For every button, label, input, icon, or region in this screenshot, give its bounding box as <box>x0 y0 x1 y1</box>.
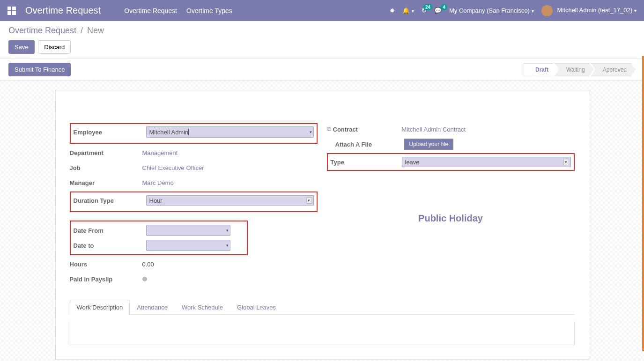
tab-work-schedule[interactable]: Work Schedule <box>175 300 230 315</box>
duration-type-label: Duration Type <box>74 197 146 204</box>
department-value[interactable]: Management <box>142 149 318 156</box>
paid-checkbox[interactable] <box>142 277 147 281</box>
bell-icon[interactable]: 🔔▾ <box>402 7 414 14</box>
top-navbar: Overtime Request Overtime Request Overti… <box>0 0 644 21</box>
upload-file-button[interactable]: Upload your file <box>404 139 453 150</box>
type-label: Type <box>331 159 402 166</box>
chat-badge: 4 <box>441 4 447 10</box>
breadcrumb: Overtime Request / New <box>8 26 636 36</box>
discard-button[interactable]: Discard <box>38 40 71 54</box>
public-holiday-heading: Public Holiday <box>327 213 575 224</box>
breadcrumb-root[interactable]: Overtime Request <box>8 26 76 35</box>
right-column: ⧉ Contract Mitchell Admin Contract Attac… <box>327 123 575 288</box>
chat-icon[interactable]: 💬4 <box>434 7 442 14</box>
employee-label: Employee <box>74 129 146 136</box>
type-field[interactable]: leave ▾ <box>402 157 571 167</box>
breadcrumb-separator: / <box>81 26 83 35</box>
form-sheet: Employee Mitchell Admin ▾ Department Man… <box>55 90 589 360</box>
apps-icon[interactable] <box>7 7 16 15</box>
date-highlight: Date From ▾ Date to <box>70 221 248 255</box>
employee-highlight: Employee Mitchell Admin ▾ <box>70 123 318 144</box>
chevron-down-icon: ▾ <box>306 197 312 204</box>
tab-work-description[interactable]: Work Description <box>70 300 130 315</box>
form-background: Employee Mitchell Admin ▾ Department Man… <box>0 81 644 361</box>
chevron-down-icon: ▾ <box>310 130 312 134</box>
left-column: Employee Mitchell Admin ▾ Department Man… <box>70 123 318 288</box>
manager-label: Manager <box>70 179 142 186</box>
department-label: Department <box>70 149 142 156</box>
tab-global-leaves[interactable]: Global Leaves <box>230 300 283 315</box>
nav-link-overtime-types[interactable]: Overtime Types <box>186 7 232 15</box>
hours-value: 0.00 <box>142 261 318 268</box>
status-stages: Draft Waiting Approved <box>524 63 636 76</box>
stage-draft[interactable]: Draft <box>524 63 557 76</box>
control-panel: Overtime Request / New Save Discard <box>0 21 644 59</box>
work-description-content[interactable] <box>70 322 575 345</box>
manager-value[interactable]: Marc Demo <box>142 179 318 186</box>
activity-icon[interactable]: ↻24 <box>422 7 427 14</box>
company-switcher[interactable]: My Company (San Francisco)▾ <box>449 7 534 14</box>
date-to-field[interactable]: ▾ <box>146 240 230 251</box>
chevron-down-icon: ▾ <box>226 243 229 248</box>
avatar <box>541 5 553 16</box>
app-brand: Overtime Request <box>25 5 101 16</box>
chevron-down-icon: ▾ <box>226 228 229 233</box>
activity-badge: 24 <box>423 4 432 10</box>
stage-approved[interactable]: Approved <box>591 63 636 76</box>
job-label: Job <box>70 164 142 171</box>
statusbar: Submit To Finance Draft Waiting Approved <box>0 59 644 81</box>
navbar-right: ✸ 🔔▾ ↻24 💬4 My Company (San Francisco)▾ … <box>390 5 637 16</box>
edge-marker <box>642 56 644 351</box>
save-button[interactable]: Save <box>8 40 35 54</box>
duration-type-highlight: Duration Type Hour ▾ <box>70 192 318 212</box>
debug-icon[interactable]: ✸ <box>390 7 395 14</box>
type-highlight: Type leave ▾ <box>327 153 575 171</box>
nav-link-overtime-request[interactable]: Overtime Request <box>124 7 177 15</box>
hours-label: Hours <box>70 261 142 268</box>
attach-file-label: Attach A File <box>335 141 404 148</box>
job-value[interactable]: Chief Executive Officer <box>142 164 318 171</box>
date-to-label: Date to <box>74 242 146 249</box>
employee-field[interactable]: Mitchell Admin ▾ <box>146 126 314 138</box>
submit-to-finance-button[interactable]: Submit To Finance <box>8 63 71 76</box>
contract-label: Contract <box>333 126 402 133</box>
duration-type-field[interactable]: Hour ▾ <box>146 195 314 206</box>
tab-attendance[interactable]: Attendance <box>130 300 175 315</box>
contract-value[interactable]: Mitchell Admin Contract <box>402 126 575 133</box>
chevron-down-icon: ▾ <box>563 159 569 165</box>
external-link-icon[interactable]: ⧉ <box>327 125 331 133</box>
stage-waiting[interactable]: Waiting <box>555 63 594 76</box>
nav-links: Overtime Request Overtime Types <box>124 7 390 15</box>
paid-in-payslip-label: Paid in Payslip <box>70 276 142 283</box>
tabs: Work Description Attendance Work Schedul… <box>70 300 575 315</box>
user-menu[interactable]: Mitchell Admin (test_17_02)▾ <box>541 5 637 16</box>
breadcrumb-current: New <box>87 26 104 35</box>
date-from-field[interactable]: ▾ <box>146 225 230 236</box>
date-from-label: Date From <box>74 227 146 234</box>
